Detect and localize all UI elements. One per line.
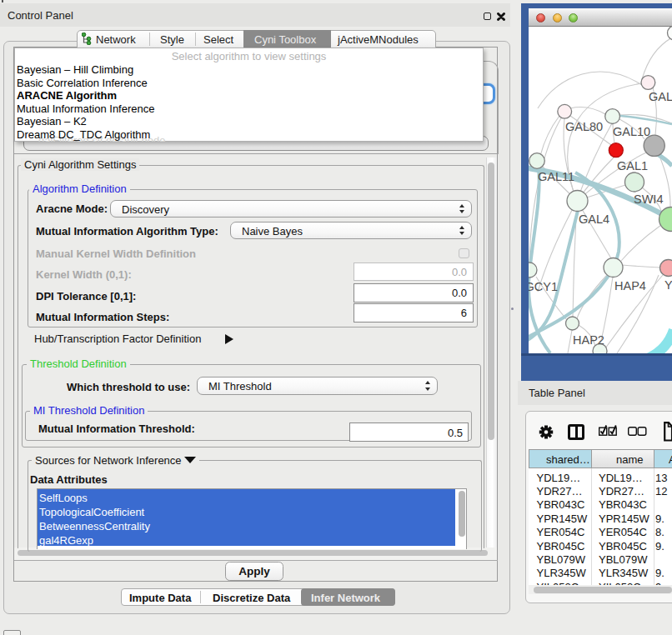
svg-text:GCY1: GCY1 (529, 280, 558, 293)
svg-text:HAP4: HAP4 (614, 279, 646, 292)
svg-text:GAL11: GAL11 (538, 170, 574, 183)
svg-text:GAL4: GAL4 (579, 212, 609, 226)
svg-text:GAL1: GAL1 (617, 159, 648, 172)
svg-text:YIL: YIL (664, 278, 672, 292)
svg-text:GAL7: GAL7 (649, 90, 672, 103)
svg-text:SWI4: SWI4 (634, 192, 663, 206)
svg-text:GAL10: GAL10 (613, 125, 650, 138)
svg-text:HAP2: HAP2 (573, 333, 604, 347)
svg-text:GAL80: GAL80 (565, 120, 603, 133)
